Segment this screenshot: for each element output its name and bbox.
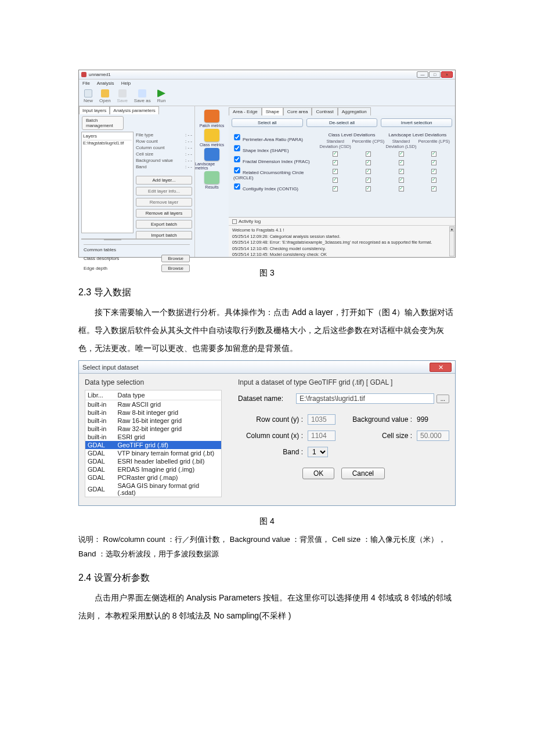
close-button[interactable]: ×: [441, 71, 453, 78]
deviation-checkbox[interactable]: [366, 169, 371, 174]
background-value-field[interactable]: 999: [417, 415, 428, 424]
menu-help[interactable]: Help: [121, 81, 131, 86]
window-titlebar: unnamed1 — □ ×: [79, 70, 455, 79]
deselect-all-button[interactable]: De-select all: [306, 118, 378, 127]
table-row[interactable]: GDALSAGA GIS binary format grid (.sdat): [85, 482, 222, 497]
metric-row[interactable]: Shape Index (SHAPE): [233, 143, 319, 154]
log-line: Welcome to Fragstats 4.1 !: [232, 227, 452, 234]
toolbar-run[interactable]: Run: [155, 89, 168, 104]
metric-row[interactable]: Related Circumscribing Circle (CIRCLE): [233, 165, 319, 182]
metric-row[interactable]: Contiguity Index (CONTIG): [233, 182, 319, 193]
deviation-checkbox[interactable]: [399, 178, 404, 183]
deviation-checkbox[interactable]: [333, 160, 338, 165]
minimize-button[interactable]: —: [417, 71, 428, 78]
metric-row[interactable]: Perimeter-Area Ratio (PARA): [233, 132, 319, 143]
deviation-checkbox[interactable]: [333, 169, 338, 174]
deviation-checkbox[interactable]: [399, 160, 404, 165]
metric-checkbox[interactable]: [234, 167, 240, 173]
tab-analysis-parameters[interactable]: Analysis parameters: [110, 106, 158, 114]
deviation-checkbox[interactable]: [399, 151, 404, 157]
deviation-checkbox[interactable]: [333, 151, 338, 157]
table-row[interactable]: built-inESRI grid: [85, 433, 222, 441]
tab-contrast[interactable]: Contrast: [312, 107, 337, 115]
nav-results[interactable]: Results: [204, 170, 219, 189]
menu-file[interactable]: File: [82, 81, 90, 86]
deviation-checkbox[interactable]: [333, 186, 338, 191]
dialog-title: Select input dataset: [82, 364, 139, 371]
dialog-titlebar: Select input dataset ✕: [79, 361, 455, 374]
maximize-button[interactable]: □: [429, 71, 441, 78]
deviation-check-row: [385, 185, 450, 194]
deviation-checkbox[interactable]: [431, 160, 436, 165]
deviation-checkbox[interactable]: [366, 151, 371, 157]
dialog-close-button[interactable]: ✕: [430, 363, 452, 372]
table-row[interactable]: built-inRaw 16-bit integer grid: [85, 417, 222, 425]
browse-dataset-button[interactable]: ...: [436, 395, 449, 403]
app-icon: [81, 72, 86, 77]
layer-item[interactable]: E:\fragstats\lugrid1.tif: [83, 140, 132, 146]
table-row[interactable]: GDALVTP binary terrain format grid (.bt): [85, 449, 222, 457]
tab-core-area[interactable]: Core area: [283, 107, 312, 115]
table-row[interactable]: GDALPCRaster grid (.map): [85, 473, 222, 482]
select-all-button[interactable]: Select all: [232, 118, 303, 127]
deviation-checkbox[interactable]: [431, 186, 436, 191]
nav-class[interactable]: Class metrics: [200, 128, 224, 147]
cellsize-label: Cell size :: [335, 432, 417, 440]
browse-edge-depth[interactable]: Browse: [161, 265, 190, 272]
remove-all-layers-button[interactable]: Remove all layers: [136, 209, 192, 218]
toolbar-open[interactable]: Open: [97, 89, 113, 104]
horizontal-scrollbar[interactable]: [81, 238, 192, 240]
metric-checkbox[interactable]: [234, 156, 240, 162]
table-row[interactable]: GDALGeoTIFF grid (.tif): [85, 441, 222, 449]
browse-class-descriptors[interactable]: Browse: [161, 255, 190, 262]
tab-shape[interactable]: Shape: [262, 107, 283, 115]
table-row[interactable]: GDALERDAS Imagine grid (.img): [85, 465, 222, 473]
metric-nav: Patch metricsClass metricsLandscape metr…: [195, 106, 229, 257]
table-row[interactable]: built-inRaw ASCII grid: [85, 400, 222, 409]
layers-header: Layers: [83, 133, 132, 140]
toolbar-new[interactable]: New: [81, 89, 95, 104]
deviation-checkbox[interactable]: [333, 178, 338, 183]
selection-buttons: Select all De-select all Invert selectio…: [229, 115, 455, 130]
deviation-checkbox[interactable]: [431, 169, 436, 174]
dataset-name-field[interactable]: E:\fragstats\lugrid1.tif: [296, 393, 434, 404]
add-layer-button[interactable]: Add layer...: [136, 176, 192, 185]
menu-analysis[interactable]: Analysis: [97, 81, 114, 86]
layers-list[interactable]: Layers E:\fragstats\lugrid1.tif: [81, 132, 134, 233]
metric-tabs: Area - EdgeShapeCore areaContrastAggrega…: [229, 106, 455, 115]
deviation-checkbox[interactable]: [431, 178, 436, 183]
metric-checkbox[interactable]: [234, 183, 240, 189]
export-batch-button[interactable]: Export batch: [136, 220, 192, 229]
toolbar-saveas[interactable]: Save as: [132, 89, 153, 104]
data-type-table[interactable]: Libr... Data type built-inRaw ASCII grid…: [85, 390, 222, 497]
deviation-checkbox[interactable]: [366, 178, 371, 183]
metric-row[interactable]: Fractal Dimension Index (FRAC): [233, 154, 319, 165]
toolbar-save[interactable]: Save: [115, 89, 130, 104]
deviation-checkbox[interactable]: [366, 186, 371, 191]
tab-aggregation[interactable]: Aggregation: [338, 107, 371, 115]
nav-land[interactable]: Landscape metrics: [195, 147, 229, 170]
table-row[interactable]: built-inRaw 32-bit integer grid: [85, 425, 222, 433]
deviation-checkbox[interactable]: [366, 160, 371, 165]
batch-management-button[interactable]: Batch management: [82, 116, 124, 130]
open-icon: [101, 89, 109, 97]
deviation-checkbox[interactable]: [431, 151, 436, 157]
class-icon: [204, 129, 219, 142]
metric-checkbox[interactable]: [234, 134, 240, 140]
tab-input-layers[interactable]: Input layers: [79, 106, 110, 114]
tab-area-edge[interactable]: Area - Edge: [229, 107, 262, 115]
deviation-checkbox[interactable]: [399, 169, 404, 174]
deviation-check-row: [385, 176, 450, 185]
table-row[interactable]: built-inRaw 8-bit integer grid: [85, 408, 222, 417]
invert-selection-button[interactable]: Invert selection: [381, 118, 452, 127]
select-input-dataset-dialog: Select input dataset ✕ Data type selecti…: [78, 360, 456, 506]
table-row[interactable]: GDALESRI header labelled grid (.bil): [85, 457, 222, 465]
log-scrollbar[interactable]: ▲: [449, 226, 454, 256]
nav-patch[interactable]: Patch metrics: [200, 108, 224, 128]
deviation-checkbox[interactable]: [399, 186, 404, 191]
metric-checkbox[interactable]: [234, 145, 240, 151]
ok-button[interactable]: OK: [302, 468, 334, 479]
band-select[interactable]: 1: [308, 447, 328, 457]
class-descriptors-label: Class descriptors: [84, 256, 119, 261]
cancel-button[interactable]: Cancel: [341, 468, 385, 479]
